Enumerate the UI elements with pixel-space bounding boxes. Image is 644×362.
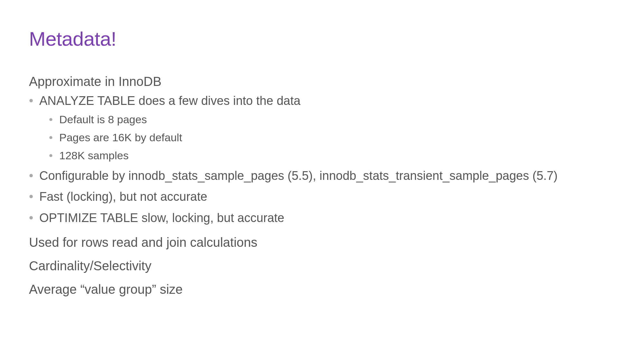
list-item: OPTIMIZE TABLE slow, locking, but accura… [29, 210, 615, 226]
slide-title: Metadata! [29, 27, 615, 50]
section-heading-3: Average “value group” size [29, 282, 615, 297]
list-item: Configurable by innodb_stats_sample_page… [29, 168, 615, 184]
section-heading-0: Approximate in InnoDB [29, 74, 615, 89]
section-heading-2: Cardinality/Selectivity [29, 259, 615, 273]
bullet-list-0: ANALYZE TABLE does a few dives into the … [29, 93, 615, 226]
bullet-text: ANALYZE TABLE does a few dives into the … [39, 94, 300, 107]
section-heading-1: Used for rows read and join calculations [29, 235, 615, 250]
list-item: Fast (locking), but not accurate [29, 189, 615, 205]
list-item: 128K samples [49, 148, 615, 163]
sub-bullet-list: Default is 8 pages Pages are 16K by defa… [39, 112, 615, 163]
list-item: ANALYZE TABLE does a few dives into the … [29, 93, 615, 163]
list-item: Default is 8 pages [49, 112, 615, 127]
list-item: Pages are 16K by default [49, 130, 615, 145]
